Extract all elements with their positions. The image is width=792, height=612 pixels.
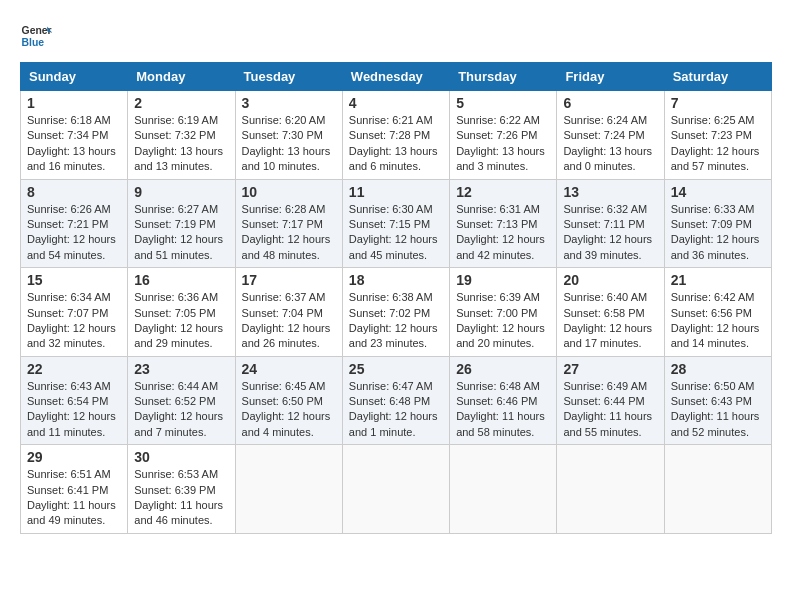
calendar-week-row: 8Sunrise: 6:26 AMSunset: 7:21 PMDaylight… — [21, 179, 772, 268]
day-details: Sunrise: 6:40 AMSunset: 6:58 PMDaylight:… — [563, 290, 657, 352]
day-details: Sunrise: 6:19 AMSunset: 7:32 PMDaylight:… — [134, 113, 228, 175]
calendar-cell: 19Sunrise: 6:39 AMSunset: 7:00 PMDayligh… — [450, 268, 557, 357]
calendar-cell: 25Sunrise: 6:47 AMSunset: 6:48 PMDayligh… — [342, 356, 449, 445]
day-number: 29 — [27, 449, 121, 465]
calendar-week-row: 22Sunrise: 6:43 AMSunset: 6:54 PMDayligh… — [21, 356, 772, 445]
day-number: 12 — [456, 184, 550, 200]
day-details: Sunrise: 6:39 AMSunset: 7:00 PMDaylight:… — [456, 290, 550, 352]
calendar-cell — [664, 445, 771, 534]
calendar-cell: 5Sunrise: 6:22 AMSunset: 7:26 PMDaylight… — [450, 91, 557, 180]
day-number: 18 — [349, 272, 443, 288]
day-number: 4 — [349, 95, 443, 111]
day-number: 26 — [456, 361, 550, 377]
day-details: Sunrise: 6:24 AMSunset: 7:24 PMDaylight:… — [563, 113, 657, 175]
calendar-cell: 4Sunrise: 6:21 AMSunset: 7:28 PMDaylight… — [342, 91, 449, 180]
calendar-cell: 20Sunrise: 6:40 AMSunset: 6:58 PMDayligh… — [557, 268, 664, 357]
day-details: Sunrise: 6:51 AMSunset: 6:41 PMDaylight:… — [27, 467, 121, 529]
day-number: 7 — [671, 95, 765, 111]
calendar-cell: 26Sunrise: 6:48 AMSunset: 6:46 PMDayligh… — [450, 356, 557, 445]
day-number: 6 — [563, 95, 657, 111]
calendar-cell: 29Sunrise: 6:51 AMSunset: 6:41 PMDayligh… — [21, 445, 128, 534]
day-details: Sunrise: 6:27 AMSunset: 7:19 PMDaylight:… — [134, 202, 228, 264]
weekday-header: Wednesday — [342, 63, 449, 91]
day-number: 10 — [242, 184, 336, 200]
day-number: 8 — [27, 184, 121, 200]
calendar-cell: 18Sunrise: 6:38 AMSunset: 7:02 PMDayligh… — [342, 268, 449, 357]
calendar-body: 1Sunrise: 6:18 AMSunset: 7:34 PMDaylight… — [21, 91, 772, 534]
calendar-cell: 17Sunrise: 6:37 AMSunset: 7:04 PMDayligh… — [235, 268, 342, 357]
day-details: Sunrise: 6:45 AMSunset: 6:50 PMDaylight:… — [242, 379, 336, 441]
day-number: 24 — [242, 361, 336, 377]
day-details: Sunrise: 6:42 AMSunset: 6:56 PMDaylight:… — [671, 290, 765, 352]
calendar-cell: 13Sunrise: 6:32 AMSunset: 7:11 PMDayligh… — [557, 179, 664, 268]
calendar-week-row: 1Sunrise: 6:18 AMSunset: 7:34 PMDaylight… — [21, 91, 772, 180]
day-number: 19 — [456, 272, 550, 288]
day-number: 14 — [671, 184, 765, 200]
calendar-cell: 28Sunrise: 6:50 AMSunset: 6:43 PMDayligh… — [664, 356, 771, 445]
logo: General Blue — [20, 20, 52, 52]
day-details: Sunrise: 6:34 AMSunset: 7:07 PMDaylight:… — [27, 290, 121, 352]
calendar-cell: 23Sunrise: 6:44 AMSunset: 6:52 PMDayligh… — [128, 356, 235, 445]
day-number: 16 — [134, 272, 228, 288]
day-details: Sunrise: 6:49 AMSunset: 6:44 PMDaylight:… — [563, 379, 657, 441]
day-number: 9 — [134, 184, 228, 200]
day-details: Sunrise: 6:44 AMSunset: 6:52 PMDaylight:… — [134, 379, 228, 441]
calendar-cell: 7Sunrise: 6:25 AMSunset: 7:23 PMDaylight… — [664, 91, 771, 180]
calendar-cell: 10Sunrise: 6:28 AMSunset: 7:17 PMDayligh… — [235, 179, 342, 268]
calendar-cell: 2Sunrise: 6:19 AMSunset: 7:32 PMDaylight… — [128, 91, 235, 180]
calendar-week-row: 29Sunrise: 6:51 AMSunset: 6:41 PMDayligh… — [21, 445, 772, 534]
calendar-cell: 22Sunrise: 6:43 AMSunset: 6:54 PMDayligh… — [21, 356, 128, 445]
calendar-cell: 16Sunrise: 6:36 AMSunset: 7:05 PMDayligh… — [128, 268, 235, 357]
calendar-cell — [450, 445, 557, 534]
calendar-cell — [342, 445, 449, 534]
day-number: 5 — [456, 95, 550, 111]
day-number: 2 — [134, 95, 228, 111]
weekday-header: Tuesday — [235, 63, 342, 91]
weekday-header: Thursday — [450, 63, 557, 91]
calendar-cell: 3Sunrise: 6:20 AMSunset: 7:30 PMDaylight… — [235, 91, 342, 180]
day-number: 3 — [242, 95, 336, 111]
day-number: 13 — [563, 184, 657, 200]
calendar-cell: 11Sunrise: 6:30 AMSunset: 7:15 PMDayligh… — [342, 179, 449, 268]
day-details: Sunrise: 6:37 AMSunset: 7:04 PMDaylight:… — [242, 290, 336, 352]
day-details: Sunrise: 6:22 AMSunset: 7:26 PMDaylight:… — [456, 113, 550, 175]
day-details: Sunrise: 6:25 AMSunset: 7:23 PMDaylight:… — [671, 113, 765, 175]
calendar-cell: 24Sunrise: 6:45 AMSunset: 6:50 PMDayligh… — [235, 356, 342, 445]
day-number: 28 — [671, 361, 765, 377]
calendar-cell: 15Sunrise: 6:34 AMSunset: 7:07 PMDayligh… — [21, 268, 128, 357]
calendar-cell: 21Sunrise: 6:42 AMSunset: 6:56 PMDayligh… — [664, 268, 771, 357]
day-details: Sunrise: 6:32 AMSunset: 7:11 PMDaylight:… — [563, 202, 657, 264]
weekday-header: Saturday — [664, 63, 771, 91]
page-header: General Blue — [20, 20, 772, 52]
calendar-cell: 27Sunrise: 6:49 AMSunset: 6:44 PMDayligh… — [557, 356, 664, 445]
day-details: Sunrise: 6:30 AMSunset: 7:15 PMDaylight:… — [349, 202, 443, 264]
day-details: Sunrise: 6:26 AMSunset: 7:21 PMDaylight:… — [27, 202, 121, 264]
day-details: Sunrise: 6:47 AMSunset: 6:48 PMDaylight:… — [349, 379, 443, 441]
day-number: 22 — [27, 361, 121, 377]
calendar-cell: 9Sunrise: 6:27 AMSunset: 7:19 PMDaylight… — [128, 179, 235, 268]
day-number: 20 — [563, 272, 657, 288]
day-number: 27 — [563, 361, 657, 377]
calendar-cell: 1Sunrise: 6:18 AMSunset: 7:34 PMDaylight… — [21, 91, 128, 180]
weekday-header: Sunday — [21, 63, 128, 91]
day-details: Sunrise: 6:31 AMSunset: 7:13 PMDaylight:… — [456, 202, 550, 264]
day-details: Sunrise: 6:38 AMSunset: 7:02 PMDaylight:… — [349, 290, 443, 352]
day-details: Sunrise: 6:36 AMSunset: 7:05 PMDaylight:… — [134, 290, 228, 352]
calendar-cell — [557, 445, 664, 534]
day-number: 21 — [671, 272, 765, 288]
calendar-cell — [235, 445, 342, 534]
calendar-week-row: 15Sunrise: 6:34 AMSunset: 7:07 PMDayligh… — [21, 268, 772, 357]
day-number: 23 — [134, 361, 228, 377]
day-number: 15 — [27, 272, 121, 288]
calendar-cell: 8Sunrise: 6:26 AMSunset: 7:21 PMDaylight… — [21, 179, 128, 268]
day-details: Sunrise: 6:21 AMSunset: 7:28 PMDaylight:… — [349, 113, 443, 175]
day-details: Sunrise: 6:18 AMSunset: 7:34 PMDaylight:… — [27, 113, 121, 175]
weekday-header: Monday — [128, 63, 235, 91]
day-number: 30 — [134, 449, 228, 465]
day-number: 11 — [349, 184, 443, 200]
day-details: Sunrise: 6:33 AMSunset: 7:09 PMDaylight:… — [671, 202, 765, 264]
calendar-cell: 30Sunrise: 6:53 AMSunset: 6:39 PMDayligh… — [128, 445, 235, 534]
day-details: Sunrise: 6:53 AMSunset: 6:39 PMDaylight:… — [134, 467, 228, 529]
calendar-cell: 12Sunrise: 6:31 AMSunset: 7:13 PMDayligh… — [450, 179, 557, 268]
day-number: 1 — [27, 95, 121, 111]
